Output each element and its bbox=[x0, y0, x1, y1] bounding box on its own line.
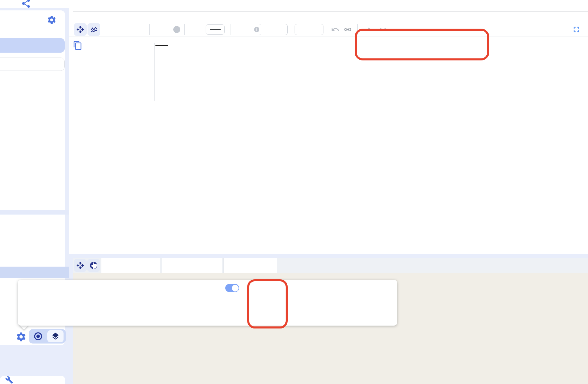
telemetry-chart[interactable] bbox=[202, 37, 588, 254]
toggle-knob bbox=[232, 285, 239, 291]
layers-panel-header[interactable] bbox=[0, 376, 65, 384]
main-column bbox=[69, 0, 588, 384]
layers-icon bbox=[51, 332, 60, 341]
section-divider bbox=[69, 254, 588, 258]
move-icon bbox=[76, 261, 84, 269]
selected-lap-time-row[interactable] bbox=[0, 267, 69, 278]
reset-icon[interactable] bbox=[331, 25, 340, 34]
layers-toggle-segment[interactable] bbox=[47, 330, 64, 342]
link-icon[interactable] bbox=[344, 25, 352, 34]
line-style-sample bbox=[210, 29, 221, 30]
copy-icon[interactable] bbox=[73, 40, 83, 50]
tab-gps-lat[interactable] bbox=[101, 258, 160, 273]
sidebar-top-strip bbox=[0, 0, 69, 8]
app-root bbox=[0, 0, 588, 384]
line-style-button[interactable] bbox=[206, 24, 225, 35]
share-icon[interactable] bbox=[21, 0, 31, 9]
tab-brake[interactable] bbox=[224, 258, 277, 273]
toolbar-separator bbox=[149, 24, 150, 35]
limit-max-input[interactable] bbox=[295, 24, 323, 35]
record-target-icon[interactable] bbox=[34, 332, 43, 341]
fullscreen-icon[interactable] bbox=[572, 25, 581, 34]
chart-panel bbox=[69, 0, 588, 254]
map-toolbar bbox=[73, 258, 588, 273]
legend-divider bbox=[154, 43, 155, 101]
move-icon bbox=[76, 25, 84, 34]
search-input[interactable] bbox=[0, 58, 65, 71]
functions-tab[interactable] bbox=[0, 38, 65, 53]
tab-gps-lon[interactable] bbox=[162, 258, 222, 273]
color-swatch-button[interactable] bbox=[173, 26, 180, 33]
chevron-up-icon[interactable] bbox=[365, 27, 373, 32]
map-mode-toggle-group bbox=[29, 329, 66, 344]
toolbar-separator bbox=[230, 24, 230, 35]
signals-tool-button[interactable] bbox=[88, 23, 100, 36]
toolbar-separator bbox=[357, 24, 358, 35]
chevron-down-icon[interactable] bbox=[379, 27, 387, 32]
signals-icon bbox=[90, 25, 98, 34]
toolbar-separator bbox=[184, 24, 185, 35]
plot-toolbar bbox=[69, 23, 588, 36]
left-sidebar bbox=[0, 0, 69, 384]
gear-icon[interactable] bbox=[47, 15, 57, 25]
lap-align-panel bbox=[18, 280, 397, 326]
lap-ruler[interactable] bbox=[73, 12, 588, 20]
limit-min-input[interactable] bbox=[259, 24, 288, 35]
map-pan-tool-button[interactable] bbox=[74, 259, 87, 272]
wrench-icon bbox=[5, 376, 13, 384]
map-mode-button[interactable] bbox=[87, 259, 100, 272]
sidebar-divider bbox=[0, 210, 69, 215]
gear-icon[interactable] bbox=[16, 331, 27, 342]
globe-icon bbox=[89, 261, 98, 270]
auto-align-toggle[interactable] bbox=[225, 284, 239, 292]
style-sample-line bbox=[155, 45, 168, 46]
pan-tool-button[interactable] bbox=[74, 23, 87, 36]
